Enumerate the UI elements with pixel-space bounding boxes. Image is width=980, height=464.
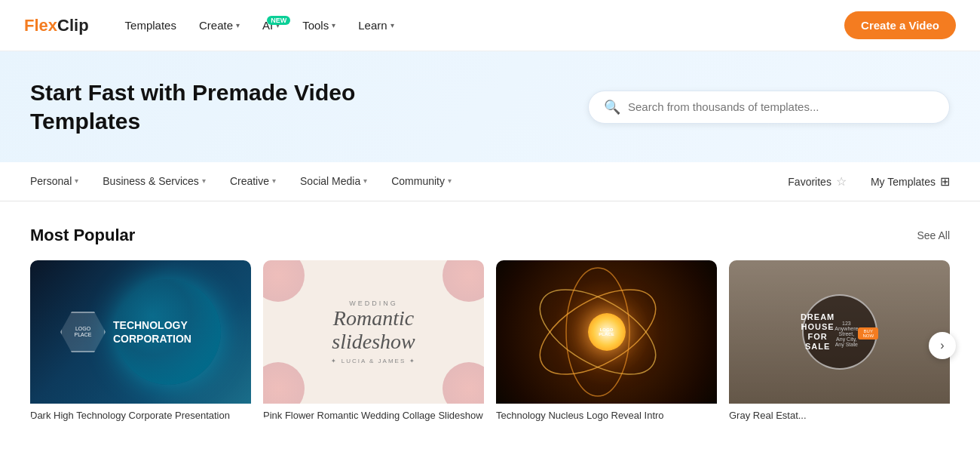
- template-card-title: Pink Flower Romantic Wedding Collage Sli…: [263, 410, 484, 421]
- template-card-wedding[interactable]: WEDDING Romanticslideshow ✦ LUCIA & JAME…: [263, 260, 484, 421]
- template-card-realestate[interactable]: DREAMHOUSEFOR SALE 123 Anywhere Street, …: [729, 260, 950, 421]
- favorites-label: Favorites: [788, 176, 831, 188]
- search-icon: 🔍: [604, 99, 620, 115]
- my-templates-label: My Templates: [871, 176, 936, 188]
- nav-create-label: Create: [199, 19, 233, 32]
- chevron-down-icon: ▾: [236, 21, 240, 29]
- section-title: Most Popular: [30, 226, 135, 245]
- chevron-down-icon: ▾: [448, 177, 452, 185]
- template-thumb-wedding: WEDDING Romanticslideshow ✦ LUCIA & JAME…: [263, 260, 484, 404]
- logo-text: FlexClip: [24, 16, 89, 35]
- wedding-center-text: WEDDING Romanticslideshow ✦ LUCIA & JAME…: [331, 300, 415, 365]
- template-thumb-nucleus: LOGOPLACE: [496, 260, 717, 404]
- chevron-down-icon: ▾: [272, 177, 276, 185]
- search-input[interactable]: [628, 100, 934, 113]
- cat-social-label: Social Media: [300, 175, 360, 187]
- chevron-down-icon: ▾: [75, 177, 78, 185]
- template-thumb-tech: LOGOPLACE TECHNOLOGYCORPORATION: [30, 260, 251, 404]
- chevron-down-icon: ▾: [202, 177, 206, 185]
- nav-tools-label: Tools: [302, 19, 329, 32]
- cat-personal-label: Personal: [30, 175, 72, 187]
- template-card-tech[interactable]: LOGOPLACE TECHNOLOGYCORPORATION Dark Hig…: [30, 260, 251, 421]
- cat-community-label: Community: [391, 175, 445, 187]
- template-card-title: Gray Real Estat...: [729, 410, 950, 421]
- tech-card-text: TECHNOLOGYCORPORATION: [113, 318, 191, 346]
- hero-title: Start Fast with Premade Video Templates: [30, 78, 407, 135]
- cat-creative[interactable]: Creative ▾: [218, 162, 288, 201]
- templates-row: LOGOPLACE TECHNOLOGYCORPORATION Dark Hig…: [30, 260, 950, 421]
- re-circle: DREAMHOUSEFOR SALE 123 Anywhere Street, …: [802, 294, 877, 370]
- star-icon: ☆: [836, 174, 847, 189]
- cat-personal[interactable]: Personal ▾: [18, 162, 90, 201]
- nav-learn-label: Learn: [358, 19, 387, 32]
- template-thumb-realestate: DREAMHOUSEFOR SALE 123 Anywhere Street, …: [729, 260, 950, 404]
- layers-icon: ⊞: [940, 174, 950, 189]
- logo-clip: Clip: [57, 16, 89, 35]
- favorites-button[interactable]: Favorites ☆: [776, 162, 859, 201]
- category-nav: Personal ▾ Business & Services ▾ Creativ…: [0, 162, 980, 201]
- nav-templates-label: Templates: [125, 19, 176, 32]
- navbar: FlexClip Templates Create ▾ AI NEW ▾ Too…: [0, 0, 980, 51]
- carousel-next-button[interactable]: ›: [929, 332, 956, 359]
- template-card-nucleus[interactable]: LOGOPLACE Technology Nucleus Logo Reveal…: [496, 260, 717, 421]
- search-box: 🔍: [588, 91, 950, 124]
- my-templates-button[interactable]: My Templates ⊞: [859, 162, 962, 201]
- nav-templates[interactable]: Templates: [116, 14, 185, 36]
- section-header: Most Popular See All: [30, 226, 950, 245]
- template-card-title: Dark High Technology Corporate Presentat…: [30, 410, 251, 421]
- nav-learn[interactable]: Learn ▾: [349, 14, 403, 36]
- nav-links: Templates Create ▾ AI NEW ▾ Tools ▾ Lear…: [116, 14, 844, 36]
- flower-bl: [263, 362, 305, 404]
- cat-community[interactable]: Community ▾: [379, 162, 464, 201]
- cat-social[interactable]: Social Media ▾: [288, 162, 379, 201]
- logo-flex: Flex: [24, 16, 57, 35]
- flower-br: [443, 362, 484, 404]
- chevron-down-icon: ▾: [332, 21, 335, 29]
- chevron-right-icon: ›: [940, 339, 944, 352]
- nav-ai[interactable]: AI NEW ▾: [253, 14, 289, 36]
- cat-business-label: Business & Services: [103, 175, 199, 187]
- chevron-down-icon: ▾: [363, 177, 367, 185]
- nav-create[interactable]: Create ▾: [190, 14, 249, 36]
- main-content: Most Popular See All LOGOPLACE TECHNOLOG…: [0, 201, 980, 445]
- template-card-title: Technology Nucleus Logo Reveal Intro: [496, 410, 717, 421]
- hero-section: Start Fast with Premade Video Templates …: [0, 51, 980, 162]
- chevron-down-icon: ▾: [390, 21, 394, 29]
- create-video-button[interactable]: Create a Video: [844, 11, 956, 39]
- cat-business[interactable]: Business & Services ▾: [90, 162, 218, 201]
- logo-badge: LOGOPLACE: [60, 312, 106, 352]
- logo[interactable]: FlexClip: [24, 16, 89, 35]
- ai-new-badge: NEW: [267, 16, 290, 25]
- cat-creative-label: Creative: [230, 175, 269, 187]
- see-all-button[interactable]: See All: [917, 229, 950, 241]
- nav-tools[interactable]: Tools ▾: [293, 14, 345, 36]
- templates-row-wrap: LOGOPLACE TECHNOLOGYCORPORATION Dark Hig…: [30, 260, 950, 421]
- nucleus-core: LOGOPLACE: [588, 313, 626, 351]
